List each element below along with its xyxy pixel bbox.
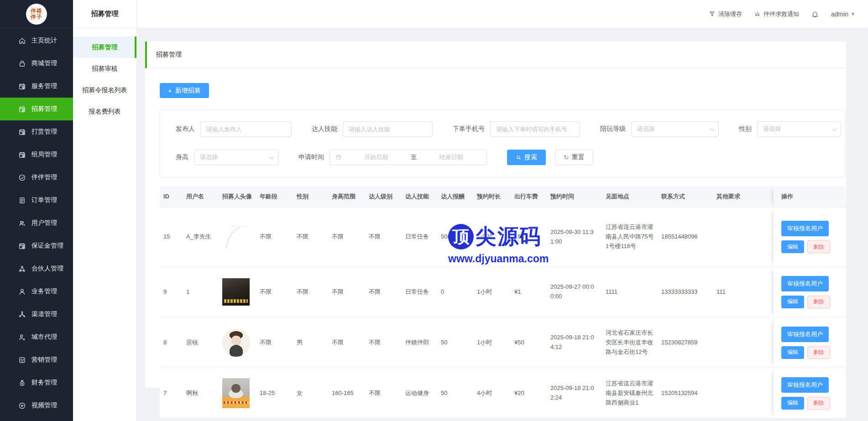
cell-id: 15 (160, 208, 183, 267)
sidebar-item-服务管理[interactable]: 服务管理 (0, 75, 73, 98)
finance-icon (18, 379, 26, 387)
phone-input[interactable] (490, 121, 580, 137)
calendar-icon (335, 154, 342, 161)
date-range-picker[interactable]: 开始日期 至 结束日期 (329, 150, 487, 165)
cell-username: A_李先生 (183, 208, 219, 267)
clear-cache-button[interactable]: 清除缓存 (709, 10, 742, 18)
edit-button[interactable]: 编辑 (781, 296, 804, 308)
refresh-icon: ↻ (564, 154, 569, 161)
review-applicants-button[interactable]: 审核报名用户 (781, 327, 829, 342)
sidebar-item-招募管理[interactable]: 招募管理 (0, 98, 73, 120)
sidebar-item-主页统计[interactable]: 主页统计 (0, 29, 73, 52)
sidebar-item-打赏管理[interactable]: 打赏管理 (0, 120, 73, 143)
screen: 伴搭 伴子 主页统计商城管理服务管理招募管理打赏管理组局管理伴伴管理订单管理用户… (0, 0, 868, 421)
column-header-达人级别: 达人级别 (365, 186, 402, 208)
cell-avatar (219, 317, 256, 368)
filter-phone: 下单手机号 (453, 121, 580, 137)
sidebar-item-保证金管理[interactable]: 保证金管理 (0, 234, 73, 257)
marketing-icon (18, 356, 26, 364)
cell-level: 不限 (365, 368, 402, 419)
notification-bell-icon[interactable] (811, 10, 819, 18)
cell-duration: 1小时 (473, 208, 511, 267)
sidebar-item-城市代理[interactable]: 城市代理 (0, 326, 73, 348)
delete-button[interactable]: 删除 (807, 240, 830, 253)
submenu-item-招募审核[interactable]: 招募审核 (73, 58, 136, 79)
order-icon (18, 197, 26, 204)
logo-area: 伴搭 伴子 (0, 0, 73, 28)
cell-age: 不限 (256, 267, 293, 317)
sidebar-item-业务管理[interactable]: 业务管理 (0, 280, 73, 303)
sidebar-item-商城管理[interactable]: 商城管理 (0, 52, 73, 75)
logo-text-line2: 伴子 (31, 14, 42, 20)
add-recruit-button[interactable]: + 新增招募 (160, 83, 209, 98)
cell-id: 8 (160, 317, 183, 368)
column-header-ID: ID (160, 186, 183, 208)
sidebar-item-伴伴管理[interactable]: 伴伴管理 (0, 166, 73, 189)
table-body: 15A_李先生不限不限不限不限日常任务5001小时¥502025-09-30 1… (160, 208, 846, 419)
review-applicants-button[interactable]: 审核报名用户 (781, 276, 829, 291)
sidebar-item-label: 主页统计 (31, 36, 57, 45)
avatar-image (222, 223, 250, 251)
reset-button[interactable]: ↻ 重置 (555, 150, 593, 165)
sidebar-item-label: 伴伴管理 (31, 173, 57, 182)
cell-location: 1111 (602, 267, 658, 317)
submenu-item-招募管理[interactable]: 招募管理 (73, 36, 136, 58)
column-header-操作: 操作 (774, 186, 846, 208)
caret-down-icon: ▼ (851, 11, 855, 16)
chevron-down-icon (710, 126, 715, 131)
filter-gender: 性别 请选择 (739, 121, 841, 137)
table-header-row: ID用户名招募人头像年龄段性别身高范围达人级别达人技能达人报酬预约时长出行车费预… (160, 186, 846, 208)
review-applicants-button[interactable]: 审核报名用户 (781, 377, 829, 393)
sidebar-item-组局管理[interactable]: 组局管理 (0, 143, 73, 166)
sidebar-item-营销管理[interactable]: 营销管理 (0, 348, 73, 371)
sidebar-item-用户管理[interactable]: 用户管理 (0, 212, 73, 234)
cell-age: 不限 (256, 208, 293, 267)
filter-skill: 达人技能 (312, 121, 433, 137)
edit-button[interactable]: 编辑 (781, 397, 804, 410)
cell-reward: 500 (437, 208, 473, 267)
level-select[interactable]: 请选择 (631, 121, 719, 137)
review-applicants-button[interactable]: 审核报名用户 (781, 221, 829, 236)
sidebar-item-label: 保证金管理 (31, 242, 63, 250)
cell-time: 2025-09-18 21:04:12 (547, 317, 602, 368)
submenu-item-报名费列表[interactable]: 报名费列表 (73, 101, 136, 122)
sidebar-item-视频管理[interactable]: 视频管理 (0, 394, 73, 417)
cell-fare: ¥50 (511, 317, 547, 368)
cell-duration: 1小时 (473, 267, 511, 317)
sos-notice-button[interactable]: 伴伴求救通知 (754, 10, 799, 18)
username: admin (831, 10, 848, 18)
search-button[interactable]: 搜索 (507, 150, 546, 165)
gender-select[interactable]: 请选择 (757, 121, 841, 137)
delete-button[interactable]: 删除 (807, 296, 830, 308)
cell-other (713, 317, 774, 368)
column-header-性别: 性别 (293, 186, 328, 208)
sidebar-item-渠道管理[interactable]: 渠道管理 (0, 303, 73, 326)
sidebar-item-label: 服务管理 (31, 82, 57, 90)
edit-button[interactable]: 编辑 (781, 240, 804, 253)
cell-age: 18-25 (256, 368, 293, 419)
cell-id: 9 (160, 267, 183, 317)
cell-contact: 13333333333 (658, 267, 713, 317)
column-header-预约时长: 预约时长 (473, 186, 511, 208)
delete-button[interactable]: 删除 (807, 346, 830, 359)
cell-skill: 伴娘伴郎 (402, 317, 437, 368)
publisher-input[interactable] (200, 121, 292, 137)
app-logo[interactable]: 伴搭 伴子 (26, 4, 47, 25)
height-select[interactable]: 请选择 (194, 150, 278, 165)
filter-level: 陪玩等级 请选择 (600, 121, 719, 137)
cell-gender: 男 (293, 317, 328, 368)
cell-id: 7 (160, 368, 183, 419)
table-row: 8宗锐不限男不限不限伴娘伴郎501小时¥502025-09-18 21:04:1… (160, 317, 846, 368)
skill-input[interactable] (343, 121, 433, 137)
primary-sidebar: 伴搭 伴子 主页统计商城管理服务管理招募管理打赏管理组局管理伴伴管理订单管理用户… (0, 0, 73, 421)
edit-button[interactable]: 编辑 (781, 346, 804, 359)
submenu-list: 招募管理招募审核招募令报名列表报名费列表 (73, 28, 136, 122)
sidebar-item-合伙人管理[interactable]: 合伙人管理 (0, 257, 73, 280)
cell-level: 不限 (365, 267, 402, 317)
user-menu[interactable]: admin ▼ (831, 10, 855, 18)
sidebar-item-订单管理[interactable]: 订单管理 (0, 189, 73, 212)
sidebar-item-财务管理[interactable]: 财务管理 (0, 371, 73, 394)
delete-button[interactable]: 删除 (807, 397, 830, 410)
submenu-item-招募令报名列表[interactable]: 招募令报名列表 (73, 79, 136, 101)
table-row: 91不限不限不限不限日常任务01小时¥12025-09-27 00:00:001… (160, 267, 846, 317)
